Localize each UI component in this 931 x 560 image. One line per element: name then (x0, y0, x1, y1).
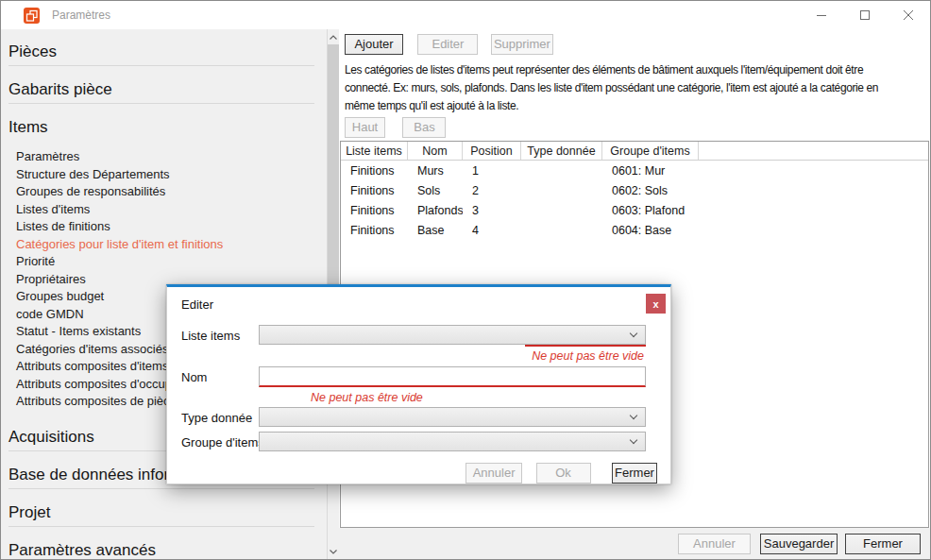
save-button[interactable]: Sauvegarder (760, 534, 838, 554)
type-donnee-label: Type donnée (181, 411, 252, 425)
maximize-icon (859, 9, 871, 21)
column-header-type-donnee[interactable]: Type donnée (521, 142, 602, 160)
liste-items-error-underline (525, 345, 646, 347)
cancel-button[interactable]: Annuler (678, 534, 751, 554)
cell-position: 3 (463, 204, 521, 217)
dialog-ok-button[interactable]: Ok (536, 463, 591, 484)
liste-items-error-text: Ne peut pas être vide (532, 349, 644, 363)
sidebar-item-priorite[interactable]: Priorité (8, 253, 327, 271)
chevron-up-icon (330, 35, 337, 40)
sidebar-section-gabarits-piece[interactable]: Gabarits pièce (8, 80, 314, 104)
move-buttons: Haut Bas (345, 117, 446, 138)
window-controls (800, 1, 930, 29)
move-up-button[interactable]: Haut (345, 117, 385, 138)
cell-position: 1 (463, 164, 521, 178)
table-row[interactable]: Finitions Murs 1 0601: Mur (341, 161, 928, 180)
close-icon (903, 9, 914, 21)
table-row[interactable]: Finitions Plafonds 3 0603: Plafond (341, 200, 928, 220)
cell-liste-items: Finitions (341, 204, 408, 217)
cell-groupe-items: 0604: Base (602, 224, 699, 237)
minimize-icon (816, 9, 827, 21)
cell-groupe-items: 0601: Mur (602, 164, 699, 178)
sidebar-item-listes-finitions[interactable]: Listes de finitions (8, 218, 327, 236)
liste-items-label: Liste items (181, 329, 240, 343)
dialog-close-button[interactable]: x (646, 294, 666, 314)
nom-error-text: Ne peut pas être vide (311, 391, 423, 404)
cell-groupe-items: 0603: Plafond (602, 204, 699, 217)
sidebar-item-listes-items[interactable]: Listes d'items (8, 201, 327, 219)
sidebar-section-pieces[interactable]: Pièces (8, 42, 314, 66)
sidebar-item-groupes-responsabilites[interactable]: Groupes de responsabilités (8, 183, 327, 201)
move-down-button[interactable]: Bas (402, 117, 446, 138)
chevron-down-icon (630, 412, 637, 419)
column-header-position[interactable]: Position (463, 142, 521, 160)
delete-button[interactable]: Supprimer (491, 34, 553, 55)
chevron-down-icon (630, 330, 637, 337)
scroll-up-button[interactable] (328, 30, 339, 43)
cell-nom: Murs (408, 164, 463, 178)
close-button[interactable]: Fermer (845, 534, 921, 554)
table-row[interactable]: Finitions Base 4 0604: Base (341, 220, 928, 240)
add-button[interactable]: Ajouter (345, 34, 403, 55)
dialog-buttons: Annuler Ok Fermer (466, 463, 657, 484)
type-donnee-combobox[interactable] (259, 407, 646, 427)
titlebar: Paramètres (1, 1, 930, 29)
description-line: connecté. Ex: murs, sols, plafonds. Dans… (345, 79, 926, 97)
nom-input[interactable] (259, 366, 646, 387)
footer-bar: Annuler Sauvegarder Fermer (339, 528, 930, 559)
groupe-items-combobox[interactable] (259, 432, 646, 451)
cell-position: 4 (463, 224, 521, 237)
liste-items-combobox[interactable] (259, 325, 646, 345)
cell-groupe-items: 0602: Sols (602, 184, 699, 197)
sidebar-section-projet[interactable]: Projet (8, 503, 314, 527)
chevron-down-icon (330, 550, 337, 554)
scroll-down-button[interactable] (328, 545, 339, 558)
close-window-button[interactable] (887, 1, 930, 29)
cell-nom: Base (408, 224, 463, 237)
edit-button[interactable]: Editer (417, 34, 478, 55)
column-header-liste-items[interactable]: Liste items (341, 142, 408, 160)
edit-dialog: Editer x Liste items Ne peut pas être vi… (166, 284, 671, 484)
dialog-title: Editer (181, 297, 213, 312)
description-text: Les catégories de listes d'items peut re… (345, 61, 926, 115)
cell-position: 2 (463, 184, 521, 197)
column-header-groupe-items[interactable]: Groupe d'items (602, 142, 699, 160)
sidebar-item-categories-liste-item-finitions[interactable]: Catégories pour liste d'item et finition… (8, 236, 327, 254)
maximize-button[interactable] (843, 1, 887, 29)
window-title: Paramètres (52, 8, 110, 22)
description-line: Les catégories de listes d'items peut re… (345, 61, 926, 79)
cell-nom: Plafonds (408, 204, 463, 217)
sidebar-section-items[interactable]: Items (8, 118, 314, 141)
settings-window: Paramètres Pièces Gabarits pièce Items P… (0, 0, 931, 560)
cell-nom: Sols (408, 184, 463, 197)
sidebar-item-structure-departements[interactable]: Structure des Départements (8, 166, 327, 184)
app-icon (24, 8, 40, 24)
column-header-filler (699, 142, 928, 160)
cell-liste-items: Finitions (341, 184, 408, 197)
table-header: Liste items Nom Position Type donnée Gro… (341, 142, 928, 161)
groupe-items-label: Groupe d'items (181, 435, 264, 450)
cell-liste-items: Finitions (341, 164, 408, 178)
dialog-close-action-button[interactable]: Fermer (612, 463, 657, 484)
dialog-cancel-button[interactable]: Annuler (466, 463, 522, 484)
toolbar: Ajouter Editer Supprimer (345, 34, 553, 55)
cell-liste-items: Finitions (341, 224, 408, 237)
description-line: même temps qu'il est ajouté à la liste. (345, 97, 926, 115)
sidebar-item-parametres[interactable]: Paramètres (8, 148, 327, 166)
nom-label: Nom (181, 370, 207, 384)
minimize-button[interactable] (800, 1, 843, 29)
column-header-nom[interactable]: Nom (408, 142, 463, 160)
table-row[interactable]: Finitions Sols 2 0602: Sols (341, 180, 928, 200)
sidebar-section-parametres-avances[interactable]: Paramètres avancés (8, 541, 314, 560)
chevron-down-icon (630, 436, 637, 444)
